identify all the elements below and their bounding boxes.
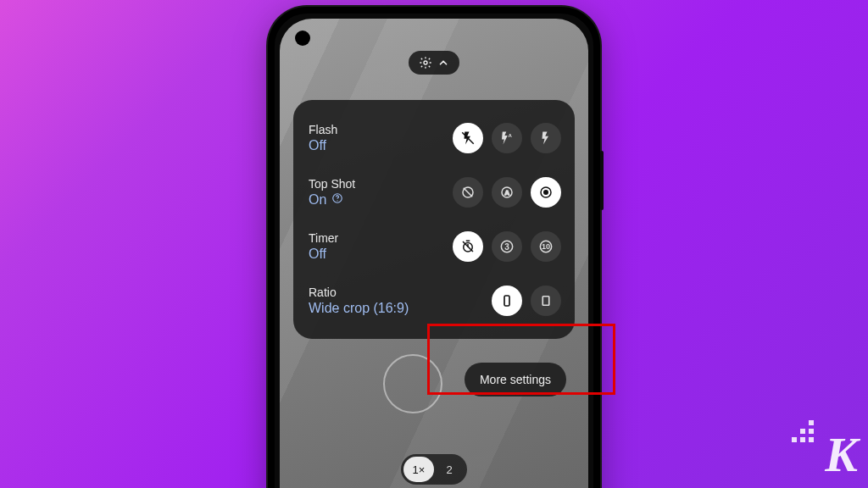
row-flash: Flash Off A — [309, 114, 561, 163]
svg-line-6 — [464, 188, 473, 197]
phone-frame: Flash Off A — [268, 7, 600, 488]
topshot-value-text: On — [309, 192, 326, 208]
svg-text:A: A — [509, 133, 513, 138]
flash-off-option[interactable] — [453, 123, 483, 153]
svg-point-0 — [424, 61, 427, 64]
timer-3s-option[interactable]: 3 — [492, 231, 522, 262]
ratio-full-icon — [538, 293, 554, 308]
gear-icon — [419, 56, 432, 69]
topshot-title: Top Shot — [309, 177, 355, 191]
topshot-on-icon — [538, 185, 554, 200]
ratio-title: Ratio — [309, 286, 409, 299]
svg-text:A: A — [504, 189, 509, 197]
ratio-value: Wide crop (16:9) — [309, 301, 409, 316]
timer-value: Off — [309, 247, 338, 262]
camera-punch-hole — [295, 30, 310, 46]
timer-off-icon — [460, 239, 476, 254]
zoom-1x-label: 1× — [413, 463, 426, 476]
svg-point-10 — [543, 190, 548, 195]
viewfinder-reticle — [383, 354, 442, 413]
more-settings-button[interactable]: More settings — [465, 363, 566, 396]
more-settings-label: More settings — [480, 373, 551, 386]
timer-10s-option[interactable]: 10 — [531, 231, 561, 262]
stage: Flash Off A — [0, 0, 868, 488]
svg-rect-15 — [504, 296, 509, 306]
flash-off-icon — [460, 130, 476, 146]
flash-title: Flash — [309, 123, 337, 136]
flash-on-icon — [538, 130, 554, 146]
svg-rect-16 — [542, 297, 549, 306]
flash-auto-icon: A — [499, 130, 515, 146]
topshot-off-option[interactable] — [453, 177, 483, 208]
topshot-on-option[interactable] — [531, 177, 561, 208]
timer-off-option[interactable] — [453, 231, 483, 262]
topshot-auto-icon: A — [499, 185, 515, 200]
row-topshot: Top Shot On — [309, 168, 561, 217]
flash-on-option[interactable] — [531, 123, 561, 153]
watermark-dots — [792, 420, 814, 442]
zoom-2x-label: 2 — [446, 463, 452, 476]
zoom-switch[interactable]: 1× 2 — [401, 454, 467, 485]
topshot-off-icon — [460, 185, 476, 200]
camera-settings-panel: Flash Off A — [293, 100, 575, 339]
topshot-value: On — [309, 192, 355, 208]
ratio-wide-option[interactable] — [492, 286, 522, 316]
phone-power-button — [600, 151, 604, 210]
timer-3s-label: 3 — [504, 242, 509, 252]
watermark-logo: K — [825, 426, 856, 483]
phone-screen: Flash Off A — [280, 19, 588, 488]
zoom-1x-option[interactable]: 1× — [403, 457, 434, 482]
zoom-2x-option[interactable]: 2 — [434, 457, 465, 482]
flash-auto-option[interactable]: A — [492, 123, 522, 153]
row-ratio: Ratio Wide crop (16:9) — [309, 276, 561, 325]
svg-point-4 — [337, 200, 338, 201]
topshot-auto-option[interactable]: A — [492, 177, 522, 208]
ratio-full-option[interactable] — [531, 286, 561, 316]
quick-settings-toggle[interactable] — [409, 51, 459, 75]
timer-title: Timer — [309, 231, 338, 245]
ratio-wide-icon — [499, 293, 515, 308]
row-timer: Timer Off 3 — [309, 222, 561, 271]
timer-10s-label: 10 — [542, 242, 550, 251]
flash-value: Off — [309, 138, 337, 153]
chevron-up-icon — [437, 57, 449, 69]
help-icon[interactable] — [331, 192, 343, 208]
